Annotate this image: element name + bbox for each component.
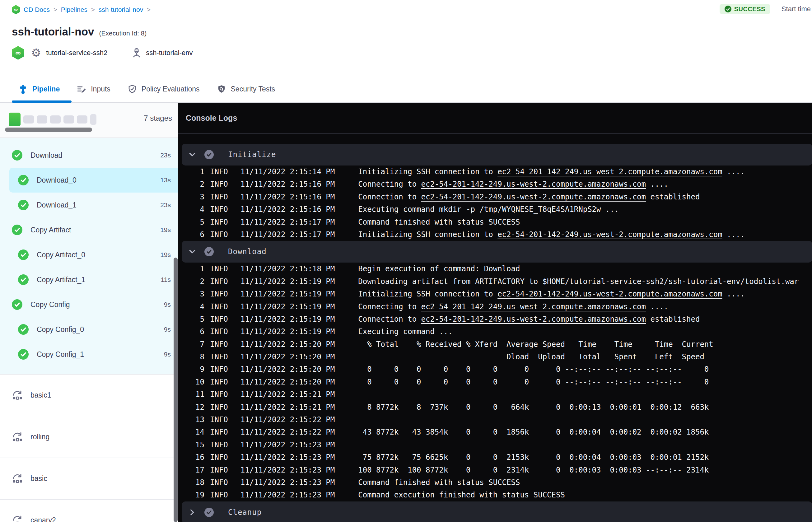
tab-label: Inputs — [91, 85, 110, 93]
section-success-check-icon — [204, 508, 214, 517]
stage-duration: 19s — [160, 226, 171, 234]
stage-row[interactable]: Download 23s — [0, 143, 178, 168]
stage-name: Download_1 — [37, 201, 77, 209]
success-check-icon — [18, 324, 28, 335]
log-text: Connecting to — [358, 180, 421, 188]
log-level: INFO — [210, 338, 228, 350]
log-line-number: 1 — [178, 263, 204, 275]
log-line: 5 INFO 11/11/2022 2:15:17 PM Command fin… — [178, 216, 812, 228]
stage-row[interactable]: Download_0 13s — [9, 168, 178, 193]
chevron-down-icon[interactable] — [188, 248, 196, 256]
pipeline-list-item[interactable]: rolling — [0, 416, 178, 458]
pipeline-name: basic — [31, 475, 47, 483]
log-line: 16 INFO 11/11/2022 2:15:23 PM 75 8772k 7… — [178, 451, 812, 463]
stage-progress-square[interactable] — [63, 115, 74, 123]
pipeline-list-item[interactable]: basic1 — [0, 375, 178, 416]
log-timestamp: 11/11/2022 2:15:19 PM — [241, 275, 335, 288]
success-check-icon — [12, 225, 22, 235]
stage-duration: 23s — [160, 201, 171, 209]
tab-inputs[interactable]: Inputs — [77, 84, 110, 94]
stage-progress-square[interactable] — [90, 114, 97, 125]
log-line: 4 INFO 11/11/2022 2:15:16 PM Executing c… — [178, 203, 812, 216]
tab-label: Policy Evaluations — [142, 85, 200, 93]
log-text: Command finished with status SUCCESS — [358, 478, 520, 487]
stage-progress-square[interactable] — [77, 115, 87, 123]
log-line: 3 INFO 11/11/2022 2:15:16 PM Connection … — [178, 191, 812, 203]
log-line: 5 INFO 11/11/2022 2:15:19 PM Connection … — [178, 313, 812, 325]
service-name[interactable]: tutorial-service-ssh2 — [46, 49, 107, 57]
console-section-header[interactable]: Download — [182, 241, 812, 263]
log-level: INFO — [210, 489, 228, 501]
log-line: 9 INFO 11/11/2022 2:15:20 PM 0 0 0 0 0 0… — [178, 363, 812, 376]
stage-row[interactable]: Download_1 23s — [0, 193, 178, 218]
stage-row[interactable]: Copy Artifact_0 19s — [0, 242, 178, 267]
log-message: Initializing SSH connection to ec2-54-20… — [358, 165, 745, 178]
environment-name[interactable]: ssh-tutorial-env — [146, 49, 192, 57]
tab-pipeline[interactable]: Pipeline — [18, 84, 60, 94]
log-level: INFO — [210, 165, 228, 178]
log-line: 8 INFO 11/11/2022 2:15:20 PM Dload Uploa… — [178, 350, 812, 363]
breadcrumb-link-cd-docs[interactable]: CD Docs — [24, 6, 50, 13]
chevron-right-icon[interactable] — [188, 508, 196, 516]
log-level: INFO — [210, 476, 228, 489]
rolling-deployment-icon — [11, 431, 24, 443]
log-timestamp: 11/11/2022 2:15:21 PM — [241, 401, 335, 414]
log-text: Executing command ... — [358, 327, 452, 336]
log-timestamp: 11/11/2022 2:15:16 PM — [241, 203, 335, 216]
log-line-number: 16 — [178, 451, 204, 463]
log-message: 0 0 0 0 0 0 0 0 --:--:-- --:--:-- --:--:… — [358, 376, 709, 388]
harness-cd-icon: ∞ — [12, 5, 20, 14]
vertical-scrollbar[interactable] — [174, 258, 178, 522]
log-line-number: 10 — [178, 376, 204, 388]
horizontal-scrollbar[interactable] — [5, 127, 92, 132]
stage-row[interactable]: Copy Config_1 9s — [0, 342, 178, 367]
stage-row[interactable]: Copy Config 9s — [0, 292, 178, 317]
chevron-down-icon[interactable] — [188, 150, 196, 159]
log-timestamp: 11/11/2022 2:15:20 PM — [241, 350, 335, 363]
log-level: INFO — [210, 325, 228, 338]
console-section-header[interactable]: Cleanup — [182, 501, 812, 522]
log-line: 1 INFO 11/11/2022 2:15:18 PM Begin execu… — [178, 263, 812, 275]
stage-progress-square[interactable] — [9, 113, 21, 126]
stage-row[interactable]: Copy Config_0 9s — [0, 317, 178, 342]
log-text: Connection to — [358, 193, 421, 201]
log-line: 17 INFO 11/11/2022 2:15:23 PM 100 8772k … — [178, 464, 812, 476]
stage-row[interactable]: Copy Artifact 19s — [0, 218, 178, 242]
pipeline-list: basic1 rolling basic canary2 — [0, 374, 178, 522]
console-body: Initialize 1 INFO 11/11/2022 2:15:14 PM … — [178, 144, 812, 522]
log-line-number: 13 — [178, 414, 204, 426]
log-timestamp: 11/11/2022 2:15:17 PM — [241, 216, 335, 228]
pipeline-list-item[interactable]: canary2 — [0, 500, 178, 522]
log-host-link[interactable]: ec2-54-201-142-249.us-west-2.compute.ama… — [498, 289, 722, 298]
console-section-header[interactable]: Initialize — [182, 144, 812, 165]
success-check-icon — [18, 175, 28, 185]
execution-id: (Execution Id: 8) — [99, 29, 146, 37]
log-line-number: 14 — [178, 426, 204, 438]
breadcrumb-link-pipeline-name[interactable]: ssh-tutorial-nov — [99, 6, 143, 13]
log-level: INFO — [210, 401, 228, 414]
log-line-number: 4 — [178, 203, 204, 216]
tab-policy-evaluations[interactable]: Policy Evaluations — [127, 84, 200, 94]
stage-progress-square[interactable] — [50, 115, 61, 123]
log-line-number: 5 — [178, 313, 204, 325]
log-message: Connection to ec2-54-201-142-249.us-west… — [358, 191, 700, 203]
log-host-link[interactable]: ec2-54-201-142-249.us-west-2.compute.ama… — [498, 230, 722, 239]
log-host-link[interactable]: ec2-54-201-142-249.us-west-2.compute.ama… — [421, 315, 646, 323]
console-section-name: Initialize — [228, 150, 276, 159]
breadcrumb-separator: > — [54, 6, 57, 13]
tab-label: Security Tests — [231, 85, 275, 93]
log-host-link[interactable]: ec2-54-201-142-249.us-west-2.compute.ama… — [421, 180, 646, 188]
log-host-link[interactable]: ec2-54-201-142-249.us-west-2.compute.ama… — [421, 193, 646, 201]
log-text: 75 8772k 75 6625k 0 0 2153k 0 0:00:04 0:… — [358, 453, 709, 462]
log-host-link[interactable]: ec2-54-201-142-249.us-west-2.compute.ama… — [421, 302, 646, 311]
log-timestamp: 11/11/2022 2:15:23 PM — [241, 451, 335, 463]
breadcrumb-link-pipelines[interactable]: Pipelines — [61, 6, 87, 13]
pipeline-list-item[interactable]: basic — [0, 458, 178, 500]
log-text: 100 8772k 100 8772k 0 0 2314k 0 0:00:03 … — [358, 466, 709, 475]
log-host-link[interactable]: ec2-54-201-142-249.us-west-2.compute.ama… — [498, 167, 722, 176]
stage-duration: 9s — [164, 350, 171, 358]
stage-progress-square[interactable] — [23, 115, 34, 123]
stage-progress-square[interactable] — [37, 115, 47, 123]
tab-security-tests[interactable]: Security Tests — [217, 84, 275, 94]
stage-row[interactable]: Copy Artifact_1 11s — [0, 267, 178, 292]
